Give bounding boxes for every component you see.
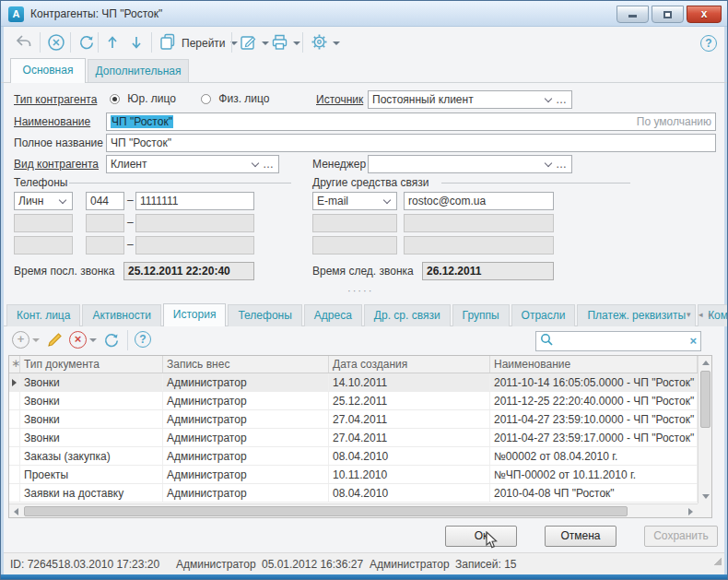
table-row[interactable]: Заявки на доставку Администратор 08.04.2… xyxy=(9,484,698,503)
table-row[interactable]: Звонки Администратор 27.04.2011 2011-04-… xyxy=(9,429,698,447)
ok-button[interactable]: Ок xyxy=(445,526,517,547)
refresh-button[interactable] xyxy=(77,33,96,54)
column-header-name[interactable]: Наименование xyxy=(490,356,698,373)
cell-date: 27.04.2011 xyxy=(329,410,490,428)
cell-type: Звонки xyxy=(20,410,163,428)
grid-help-button[interactable]: ? xyxy=(135,331,151,348)
scroll-down-button[interactable] xyxy=(699,490,712,503)
splitter-handle[interactable]: ····· xyxy=(347,287,373,294)
horizontal-scrollbar[interactable] xyxy=(9,503,698,517)
contact-type-combo-3 xyxy=(312,236,397,254)
clear-search-icon[interactable]: × xyxy=(689,332,697,350)
phone-type-combo[interactable]: Личн xyxy=(14,192,73,210)
contact-value-input[interactable]: rostoc@com.ua xyxy=(404,192,554,210)
scroll-left-button[interactable] xyxy=(9,504,23,518)
tab-other-contacts[interactable]: Др. ср. связи xyxy=(364,304,451,326)
app-icon: A xyxy=(8,6,24,22)
tab-label: История xyxy=(173,308,217,321)
ellipsis-button[interactable]: … xyxy=(554,158,568,171)
refresh-grid-button[interactable] xyxy=(102,331,121,352)
tab-additional[interactable]: Дополнительная xyxy=(88,59,189,83)
phone-dash: – xyxy=(127,238,134,251)
maximize-button[interactable] xyxy=(652,6,684,23)
phone-code-input[interactable]: 044 xyxy=(86,192,124,210)
cancel-button[interactable] xyxy=(47,33,65,54)
horizontal-scroll-thumb[interactable] xyxy=(24,506,628,516)
search-input[interactable] xyxy=(557,334,689,349)
fullname-input[interactable]: ЧП "Росток" xyxy=(106,134,716,152)
scroll-right-button[interactable] xyxy=(684,504,698,518)
status-bar: ID: 72645 18.03.2010 17:23:20 Администра… xyxy=(4,552,724,574)
tab-payment-details[interactable]: Платеж. реквизиты xyxy=(577,304,696,326)
table-row[interactable]: Звонки Администратор 14.10.2011 2011-10-… xyxy=(9,373,698,392)
add-record-button[interactable]: + xyxy=(12,331,40,349)
tab-groups[interactable]: Группы xyxy=(452,304,510,326)
tab-contacts[interactable]: Конт. лица xyxy=(6,304,80,326)
tab-main[interactable]: Основная xyxy=(10,58,86,83)
source-label[interactable]: Источник xyxy=(316,93,363,106)
settings-button[interactable] xyxy=(310,32,340,54)
cancel-button-footer[interactable]: Отмена xyxy=(545,526,616,547)
toolbar-separator xyxy=(98,32,99,53)
manager-combo[interactable]: … xyxy=(368,155,572,173)
tab-label: Группы xyxy=(463,309,499,322)
contact-type-combo[interactable]: E-mail xyxy=(312,192,397,210)
help-button[interactable]: ? xyxy=(700,35,717,52)
kind-combo[interactable]: Клиент … xyxy=(106,155,279,173)
ellipsis-button[interactable]: … xyxy=(261,158,275,171)
contact-value-input-3 xyxy=(404,236,554,254)
close-button[interactable]: x xyxy=(687,6,722,23)
tab-phones[interactable]: Телефоны xyxy=(228,304,301,326)
undo-button[interactable] xyxy=(14,32,34,55)
tab-scroll-left-button[interactable]: ◂ xyxy=(699,310,703,319)
app-window: A Контрагенты: ЧП "Росток" x Перейти xyxy=(0,0,728,580)
column-header-type[interactable]: Тип документа xyxy=(20,356,163,373)
kind-label[interactable]: Вид контрагента xyxy=(14,158,99,171)
type-label[interactable]: Тип контрагента xyxy=(14,93,97,106)
indicator-column-header[interactable]: ∗ xyxy=(9,356,20,373)
minimize-button[interactable] xyxy=(616,6,649,23)
app-icon-letter: A xyxy=(13,8,20,19)
tab-industries[interactable]: Отрасли xyxy=(511,304,576,326)
goto-button[interactable]: Перейти xyxy=(159,32,238,54)
phone-number-input[interactable]: 1111111 xyxy=(135,192,254,210)
cell-author: Администратор xyxy=(163,373,329,391)
column-header-created[interactable]: Дата создания xyxy=(329,356,490,373)
scroll-up-button[interactable] xyxy=(699,356,712,370)
row-marker xyxy=(9,447,20,465)
phone-code-input-2 xyxy=(86,214,124,232)
tab-overflow-button[interactable]: ▾ xyxy=(687,310,691,319)
ellipsis-button[interactable]: … xyxy=(554,93,568,106)
edit-button[interactable] xyxy=(239,32,269,54)
move-up-button[interactable] xyxy=(104,33,121,54)
radio-legal-entity[interactable]: Юр. лицо xyxy=(110,92,176,105)
tab-activities[interactable]: Активности xyxy=(82,304,160,326)
edit-dropdown-icon xyxy=(262,41,269,45)
tab-addresses[interactable]: Адреса xyxy=(304,304,362,326)
tab-label: Платеж. реквизиты xyxy=(587,309,686,322)
table-row[interactable]: Звонки Администратор 27.04.2011 2011-04-… xyxy=(9,410,698,429)
tab-history[interactable]: История xyxy=(163,303,227,326)
cell-name: 2011-04-27 23:59:17.0000 - ЧП "Росток" xyxy=(490,429,698,446)
vertical-scrollbar[interactable] xyxy=(698,356,711,503)
name-input[interactable]: ЧП "Росток" По умолчанию xyxy=(106,112,716,131)
table-row[interactable]: Проекты Администратор 10.11.2010 №ЧП-000… xyxy=(9,466,698,484)
cell-author: Администратор xyxy=(163,410,329,428)
resize-grip[interactable] xyxy=(714,558,722,565)
move-down-button[interactable] xyxy=(128,33,145,54)
delete-record-button[interactable]: × xyxy=(69,331,97,349)
last-call-value: 25.12.2011 22:20:40 xyxy=(123,262,254,280)
table-row[interactable]: Заказы (закупка) Администратор 08.04.201… xyxy=(9,447,698,466)
source-combo[interactable]: Постоянный клиент … xyxy=(368,90,572,109)
column-header-author[interactable]: Запись внес xyxy=(163,356,329,373)
phone-code-value: 044 xyxy=(90,195,109,207)
cell-type: Заказы (закупка) xyxy=(20,447,163,465)
table-row[interactable]: Звонки Администратор 25.12.2011 2011-12-… xyxy=(9,392,698,410)
print-button[interactable] xyxy=(270,32,300,54)
name-default-hint: По умолчанию xyxy=(637,113,711,130)
name-label[interactable]: Наименование xyxy=(14,115,90,128)
tab-scroll-right-button[interactable]: ▸ xyxy=(709,310,713,319)
radio-physical-person[interactable]: Физ. лицо xyxy=(201,92,269,105)
edit-record-button[interactable] xyxy=(45,330,65,352)
vertical-scroll-thumb[interactable] xyxy=(700,371,710,428)
